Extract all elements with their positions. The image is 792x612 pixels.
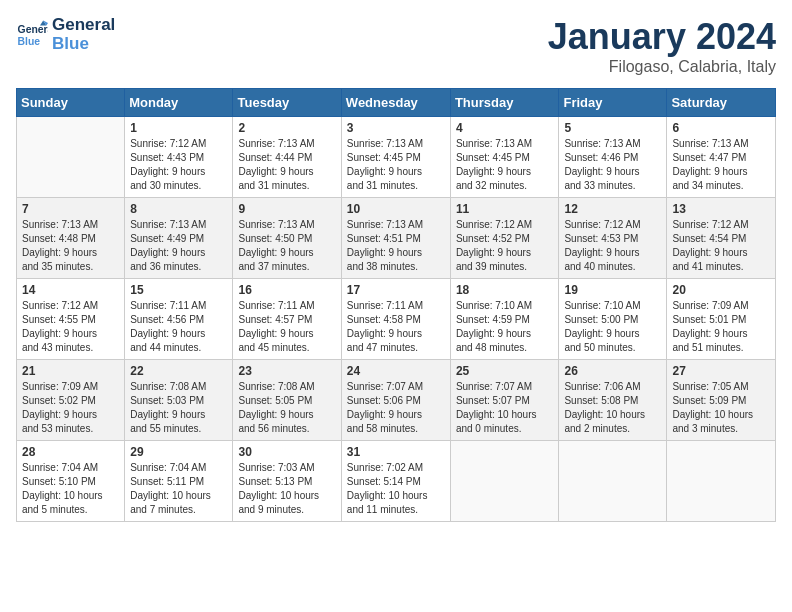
calendar-cell: 31Sunrise: 7:02 AMSunset: 5:14 PMDayligh…: [341, 441, 450, 522]
location-title: Filogaso, Calabria, Italy: [548, 58, 776, 76]
day-info: Sunrise: 7:04 AMSunset: 5:11 PMDaylight:…: [130, 461, 227, 517]
page-header: General Blue General Blue January 2024 F…: [16, 16, 776, 76]
calendar-cell: 18Sunrise: 7:10 AMSunset: 4:59 PMDayligh…: [450, 279, 559, 360]
day-info: Sunrise: 7:10 AMSunset: 4:59 PMDaylight:…: [456, 299, 554, 355]
day-info: Sunrise: 7:12 AMSunset: 4:52 PMDaylight:…: [456, 218, 554, 274]
day-info: Sunrise: 7:07 AMSunset: 5:06 PMDaylight:…: [347, 380, 445, 436]
svg-text:Blue: Blue: [18, 35, 41, 46]
day-info: Sunrise: 7:04 AMSunset: 5:10 PMDaylight:…: [22, 461, 119, 517]
day-info: Sunrise: 7:13 AMSunset: 4:45 PMDaylight:…: [347, 137, 445, 193]
day-number: 1: [130, 121, 227, 135]
day-info: Sunrise: 7:13 AMSunset: 4:51 PMDaylight:…: [347, 218, 445, 274]
calendar-week-row: 21Sunrise: 7:09 AMSunset: 5:02 PMDayligh…: [17, 360, 776, 441]
title-block: January 2024 Filogaso, Calabria, Italy: [548, 16, 776, 76]
day-number: 28: [22, 445, 119, 459]
day-number: 15: [130, 283, 227, 297]
day-number: 27: [672, 364, 770, 378]
day-number: 8: [130, 202, 227, 216]
day-number: 30: [238, 445, 335, 459]
calendar-cell: 2Sunrise: 7:13 AMSunset: 4:44 PMDaylight…: [233, 117, 341, 198]
weekday-header-row: SundayMondayTuesdayWednesdayThursdayFrid…: [17, 89, 776, 117]
day-info: Sunrise: 7:12 AMSunset: 4:54 PMDaylight:…: [672, 218, 770, 274]
day-info: Sunrise: 7:06 AMSunset: 5:08 PMDaylight:…: [564, 380, 661, 436]
day-info: Sunrise: 7:13 AMSunset: 4:49 PMDaylight:…: [130, 218, 227, 274]
calendar-cell: [667, 441, 776, 522]
day-number: 2: [238, 121, 335, 135]
day-number: 29: [130, 445, 227, 459]
weekday-header-sunday: Sunday: [17, 89, 125, 117]
day-info: Sunrise: 7:11 AMSunset: 4:58 PMDaylight:…: [347, 299, 445, 355]
calendar-week-row: 14Sunrise: 7:12 AMSunset: 4:55 PMDayligh…: [17, 279, 776, 360]
day-info: Sunrise: 7:11 AMSunset: 4:56 PMDaylight:…: [130, 299, 227, 355]
day-number: 16: [238, 283, 335, 297]
calendar-cell: [450, 441, 559, 522]
calendar-cell: [559, 441, 667, 522]
day-number: 4: [456, 121, 554, 135]
weekday-header-monday: Monday: [125, 89, 233, 117]
day-info: Sunrise: 7:08 AMSunset: 5:05 PMDaylight:…: [238, 380, 335, 436]
day-info: Sunrise: 7:13 AMSunset: 4:47 PMDaylight:…: [672, 137, 770, 193]
calendar-cell: 22Sunrise: 7:08 AMSunset: 5:03 PMDayligh…: [125, 360, 233, 441]
calendar-table: SundayMondayTuesdayWednesdayThursdayFrid…: [16, 88, 776, 522]
day-number: 11: [456, 202, 554, 216]
calendar-cell: 19Sunrise: 7:10 AMSunset: 5:00 PMDayligh…: [559, 279, 667, 360]
weekday-header-thursday: Thursday: [450, 89, 559, 117]
logo-text-line1: General: [52, 16, 115, 35]
day-info: Sunrise: 7:13 AMSunset: 4:44 PMDaylight:…: [238, 137, 335, 193]
day-info: Sunrise: 7:02 AMSunset: 5:14 PMDaylight:…: [347, 461, 445, 517]
calendar-cell: 5Sunrise: 7:13 AMSunset: 4:46 PMDaylight…: [559, 117, 667, 198]
day-number: 23: [238, 364, 335, 378]
day-number: 19: [564, 283, 661, 297]
calendar-cell: 10Sunrise: 7:13 AMSunset: 4:51 PMDayligh…: [341, 198, 450, 279]
calendar-cell: 6Sunrise: 7:13 AMSunset: 4:47 PMDaylight…: [667, 117, 776, 198]
day-info: Sunrise: 7:03 AMSunset: 5:13 PMDaylight:…: [238, 461, 335, 517]
calendar-cell: 30Sunrise: 7:03 AMSunset: 5:13 PMDayligh…: [233, 441, 341, 522]
calendar-cell: 16Sunrise: 7:11 AMSunset: 4:57 PMDayligh…: [233, 279, 341, 360]
day-number: 25: [456, 364, 554, 378]
month-title: January 2024: [548, 16, 776, 58]
day-number: 22: [130, 364, 227, 378]
weekday-header-friday: Friday: [559, 89, 667, 117]
calendar-cell: 25Sunrise: 7:07 AMSunset: 5:07 PMDayligh…: [450, 360, 559, 441]
calendar-cell: 21Sunrise: 7:09 AMSunset: 5:02 PMDayligh…: [17, 360, 125, 441]
calendar-cell: 12Sunrise: 7:12 AMSunset: 4:53 PMDayligh…: [559, 198, 667, 279]
day-number: 24: [347, 364, 445, 378]
calendar-cell: 14Sunrise: 7:12 AMSunset: 4:55 PMDayligh…: [17, 279, 125, 360]
calendar-cell: 23Sunrise: 7:08 AMSunset: 5:05 PMDayligh…: [233, 360, 341, 441]
logo: General Blue General Blue: [16, 16, 115, 53]
logo-text-line2: Blue: [52, 35, 115, 54]
day-info: Sunrise: 7:12 AMSunset: 4:43 PMDaylight:…: [130, 137, 227, 193]
day-number: 17: [347, 283, 445, 297]
day-number: 18: [456, 283, 554, 297]
day-info: Sunrise: 7:09 AMSunset: 5:02 PMDaylight:…: [22, 380, 119, 436]
day-info: Sunrise: 7:13 AMSunset: 4:46 PMDaylight:…: [564, 137, 661, 193]
calendar-week-row: 28Sunrise: 7:04 AMSunset: 5:10 PMDayligh…: [17, 441, 776, 522]
day-number: 5: [564, 121, 661, 135]
day-number: 14: [22, 283, 119, 297]
calendar-cell: 3Sunrise: 7:13 AMSunset: 4:45 PMDaylight…: [341, 117, 450, 198]
weekday-header-tuesday: Tuesday: [233, 89, 341, 117]
calendar-cell: 13Sunrise: 7:12 AMSunset: 4:54 PMDayligh…: [667, 198, 776, 279]
day-info: Sunrise: 7:07 AMSunset: 5:07 PMDaylight:…: [456, 380, 554, 436]
calendar-cell: 29Sunrise: 7:04 AMSunset: 5:11 PMDayligh…: [125, 441, 233, 522]
day-number: 6: [672, 121, 770, 135]
day-number: 13: [672, 202, 770, 216]
day-number: 3: [347, 121, 445, 135]
calendar-week-row: 1Sunrise: 7:12 AMSunset: 4:43 PMDaylight…: [17, 117, 776, 198]
calendar-cell: 9Sunrise: 7:13 AMSunset: 4:50 PMDaylight…: [233, 198, 341, 279]
calendar-cell: 7Sunrise: 7:13 AMSunset: 4:48 PMDaylight…: [17, 198, 125, 279]
svg-text:General: General: [18, 24, 48, 35]
calendar-cell: [17, 117, 125, 198]
calendar-cell: 4Sunrise: 7:13 AMSunset: 4:45 PMDaylight…: [450, 117, 559, 198]
day-number: 7: [22, 202, 119, 216]
calendar-cell: 15Sunrise: 7:11 AMSunset: 4:56 PMDayligh…: [125, 279, 233, 360]
day-number: 10: [347, 202, 445, 216]
logo-icon: General Blue: [16, 19, 48, 51]
day-info: Sunrise: 7:11 AMSunset: 4:57 PMDaylight:…: [238, 299, 335, 355]
calendar-cell: 17Sunrise: 7:11 AMSunset: 4:58 PMDayligh…: [341, 279, 450, 360]
calendar-cell: 24Sunrise: 7:07 AMSunset: 5:06 PMDayligh…: [341, 360, 450, 441]
day-number: 21: [22, 364, 119, 378]
calendar-cell: 27Sunrise: 7:05 AMSunset: 5:09 PMDayligh…: [667, 360, 776, 441]
calendar-cell: 8Sunrise: 7:13 AMSunset: 4:49 PMDaylight…: [125, 198, 233, 279]
day-number: 20: [672, 283, 770, 297]
